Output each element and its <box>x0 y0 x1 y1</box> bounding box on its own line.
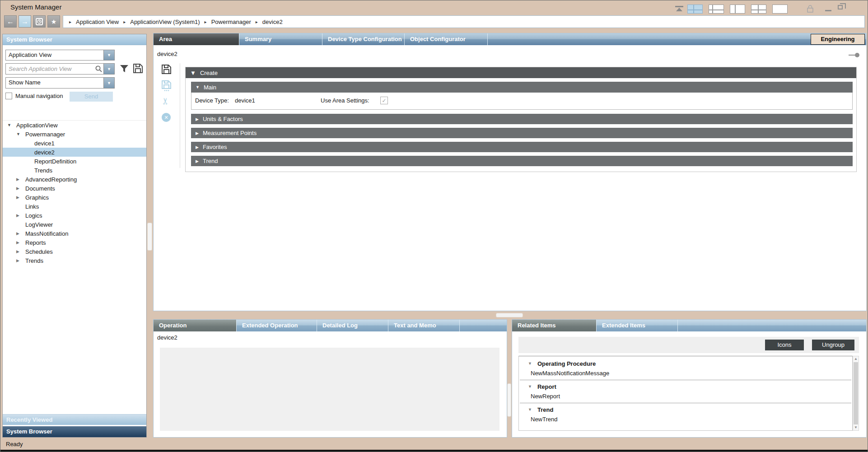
trend-section-header[interactable]: ▶ Trend <box>191 156 853 166</box>
favorites-button[interactable]: ★ <box>47 15 60 28</box>
tree-item[interactable]: ReportDefinition <box>3 157 146 166</box>
history-button[interactable] <box>33 15 46 28</box>
system-browser-panel: System Browser Application View ▼ ▼ Show… <box>2 34 147 438</box>
save-icon[interactable] <box>161 64 172 75</box>
tree-item[interactable]: ▶Schedules <box>3 247 146 256</box>
collapsed-arrow-icon[interactable]: ▶ <box>16 258 25 263</box>
horizontal-splitter-handle[interactable] <box>496 313 523 317</box>
tree-item[interactable]: ▶Graphics <box>3 193 146 202</box>
related-group-header[interactable]: ▼ Report <box>519 382 852 391</box>
tree-item-label: AdvancedReporting <box>25 176 77 183</box>
cut-icon[interactable]: ✂ <box>160 98 171 105</box>
scroll-down-icon[interactable]: ▼ <box>853 425 859 430</box>
lock-icon[interactable] <box>806 4 814 13</box>
create-section: ▼ Create ▼ Main Device Type: device1 Use… <box>185 67 857 172</box>
breadcrumb-item-device2[interactable]: device2 <box>262 19 283 25</box>
collapsed-arrow-icon[interactable]: ▶ <box>16 177 25 182</box>
back-button[interactable]: ← <box>4 15 17 28</box>
layout-single-pane-button[interactable] <box>772 5 788 14</box>
pin-icon[interactable] <box>855 53 859 57</box>
icons-view-button[interactable]: Icons <box>765 340 804 350</box>
favorites-section-header[interactable]: ▶ Favorites <box>191 142 853 152</box>
save-filter-icon[interactable] <box>133 63 143 74</box>
save-as-icon[interactable] <box>161 80 172 92</box>
related-group-header[interactable]: ▼ Trend <box>519 405 852 415</box>
measurement-points-section-header[interactable]: ▶ Measurement Points <box>191 128 853 138</box>
related-item[interactable]: NewReport <box>519 391 852 401</box>
use-area-settings-checkbox[interactable]: ✓ <box>380 97 388 104</box>
engineering-mode-button[interactable]: Engineering <box>811 34 865 45</box>
tree-item[interactable]: ▶Trends <box>3 256 146 265</box>
tab-summary[interactable]: Summary <box>239 33 322 45</box>
tree-item[interactable]: LogViewer <box>3 220 146 229</box>
breadcrumb-item-applicationview-system1[interactable]: ApplicationView (System1) <box>130 19 200 25</box>
delete-icon[interactable] <box>162 113 171 122</box>
tab-area[interactable]: Area <box>154 33 239 45</box>
tree-item[interactable]: Links <box>3 202 146 211</box>
search-icon[interactable] <box>93 64 103 74</box>
collapsed-arrow-icon[interactable]: ▶ <box>16 231 25 236</box>
tree-item[interactable]: ▼Powermanager <box>3 130 146 139</box>
layout-two-pane-horizontal-button[interactable] <box>709 5 724 14</box>
tree-item[interactable]: ▶Logics <box>3 211 146 220</box>
manual-navigation-checkbox[interactable] <box>5 93 12 99</box>
tree-item[interactable]: ▶AdvancedReporting <box>3 175 146 184</box>
restore-window-icon[interactable] <box>838 5 843 9</box>
recently-viewed-bar[interactable]: Recently Viewed <box>3 414 146 425</box>
related-group-header[interactable]: ▼ Operating Procedure <box>519 359 852 368</box>
window-bottom-edge <box>0 450 868 452</box>
collapsed-arrow-icon[interactable]: ▶ <box>16 213 25 218</box>
collapsed-arrow-icon[interactable]: ▶ <box>16 240 25 245</box>
chevron-down-icon[interactable]: ▼ <box>103 50 114 60</box>
view-dropdown[interactable]: Application View ▼ <box>5 50 115 61</box>
tree-item[interactable]: device1 <box>3 139 146 148</box>
bottom-panes-splitter-handle[interactable] <box>507 383 511 417</box>
scrollbar-thumb[interactable] <box>854 362 858 424</box>
chevron-down-icon[interactable]: ▼ <box>103 64 114 74</box>
forward-button[interactable]: → <box>19 15 31 28</box>
create-section-header[interactable]: ▼ Create <box>186 67 856 78</box>
system-browser-footer-bar[interactable]: System Browser <box>3 426 146 437</box>
minimize-icon[interactable] <box>825 10 831 11</box>
tree-item[interactable]: ▶Documents <box>3 184 146 193</box>
related-list-scrollbar[interactable]: ▲ ▼ <box>853 356 859 431</box>
tab-device-type-configuration[interactable]: Device Type Configuration <box>322 33 405 45</box>
tab-related-items[interactable]: Related Items <box>512 320 597 331</box>
collapsed-arrow-icon[interactable]: ▶ <box>16 195 25 200</box>
tab-object-configurator[interactable]: Object Configurator <box>405 33 488 45</box>
expanded-arrow-icon[interactable]: ▼ <box>16 132 25 136</box>
display-mode-dropdown[interactable]: Show Name ▼ <box>5 77 115 89</box>
tree-item-selected[interactable]: device2 <box>3 148 146 157</box>
main-section-header[interactable]: ▼ Main <box>191 82 853 93</box>
layout-split-pane-button[interactable] <box>751 5 766 14</box>
send-button[interactable]: Send <box>70 92 113 102</box>
scroll-up-icon[interactable]: ▲ <box>853 356 859 362</box>
layout-four-pane-button[interactable] <box>687 5 703 14</box>
tree-item[interactable]: ▼ApplicationView <box>3 121 146 130</box>
layout-two-pane-vertical-button[interactable] <box>730 5 745 14</box>
chevron-down-icon[interactable]: ▼ <box>103 78 114 88</box>
search-input[interactable] <box>6 64 93 74</box>
related-item[interactable]: NewMassNotificationMessage <box>519 368 852 378</box>
pin-icon[interactable] <box>849 55 855 56</box>
tab-extended-items[interactable]: Extended Items <box>597 320 678 331</box>
collapsed-arrow-icon[interactable]: ▶ <box>16 186 25 191</box>
expanded-arrow-icon[interactable]: ▼ <box>7 123 16 127</box>
tab-text-and-memo[interactable]: Text and Memo <box>388 320 460 331</box>
units-factors-section-header[interactable]: ▶ Units & Factors <box>191 114 853 124</box>
related-item[interactable]: NewTrend <box>519 415 852 424</box>
collapsed-arrow-icon[interactable]: ▶ <box>16 249 25 254</box>
filter-icon[interactable] <box>120 65 129 74</box>
tree-item[interactable]: ▶MassNotification <box>3 229 146 238</box>
ungroup-button[interactable]: Ungroup <box>812 340 854 350</box>
tab-operation[interactable]: Operation <box>154 320 237 331</box>
collapse-top-icon[interactable] <box>674 5 684 12</box>
tab-detailed-log[interactable]: Detailed Log <box>317 320 388 331</box>
breadcrumb-item-application-view[interactable]: Application View <box>76 19 119 25</box>
sidebar-splitter-handle[interactable] <box>147 223 152 251</box>
tab-extended-operation[interactable]: Extended Operation <box>237 320 317 331</box>
tree-item[interactable]: Trends <box>3 166 146 175</box>
breadcrumb-item-powermanager[interactable]: Powermanager <box>211 19 251 25</box>
tree-item[interactable]: ▶Reports <box>3 238 146 247</box>
toolbar-divider <box>180 63 180 168</box>
